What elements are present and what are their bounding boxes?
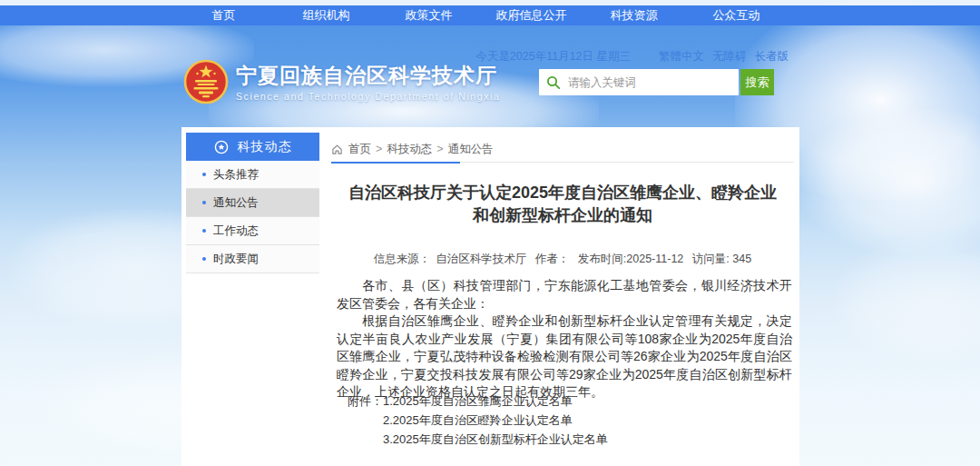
meta-source: 自治区科学技术厅 [436, 253, 526, 265]
sidebar-title: 科技动态 [238, 139, 292, 155]
attachments-block: 附件： 1.2025年度自治区雏鹰企业认定名单 2.2025年度自治区瞪羚企业认… [348, 392, 608, 449]
site-subtitle-en: Science and Technology Department of Nin… [236, 91, 500, 102]
bullet-dot-icon [202, 173, 206, 176]
breadcrumb-active-underline [331, 162, 460, 164]
nav-item-gov-info[interactable]: 政府信息公开 [480, 5, 583, 25]
home-icon [331, 144, 343, 155]
link-traditional-chinese[interactable]: 繁體中文 [659, 49, 704, 64]
meta-source-label: 信息来源： [374, 253, 431, 265]
sidebar-item-politics-news[interactable]: 时政要闻 [186, 245, 319, 273]
circle-star-icon [214, 140, 229, 154]
breadcrumb: 首页 > 科技动态 > 通知公告 [331, 136, 794, 163]
search-button[interactable]: 搜索 [740, 69, 774, 95]
breadcrumb-separator: > [436, 143, 443, 155]
attachment-link-2[interactable]: 2.2025年度自治区瞪羚企业认定名单 [383, 411, 608, 430]
search-input[interactable] [566, 71, 730, 94]
link-accessibility[interactable]: 无障碍 [712, 49, 747, 64]
sidebar-item-label: 时政要闻 [213, 252, 259, 267]
article-body: 各市、县（区）科技管理部门，宁东能源化工基地管委会，银川经济技术开发区管委会，各… [337, 277, 792, 402]
search-icon [546, 75, 561, 90]
header-utility-row: 今天是2025年11月12日 星期三 繁體中文 无障碍 长者版 [475, 49, 789, 64]
sidebar-list: 头条推荐 通知公告 工作动态 时政要闻 [186, 161, 319, 273]
site-logo-link[interactable]: 宁夏回族自治区科学技术厅 Science and Technology Depa… [183, 58, 500, 105]
sidebar-item-label: 工作动态 [213, 223, 259, 239]
nav-item-public-interaction[interactable]: 公众互动 [685, 5, 788, 25]
nav-item-sci-resources[interactable]: 科技资源 [583, 5, 685, 25]
sidebar-item-label: 通知公告 [213, 195, 259, 211]
article-paragraph: 根据自治区雏鹰企业、瞪羚企业和创新型标杆企业认定管理有关规定，决定认定半亩良人农… [337, 312, 792, 402]
article-title: 自治区科技厅关于认定2025年度自治区雏鹰企业、瞪羚企业 和创新型标杆企业的通知 [331, 182, 794, 227]
attachment-link-1[interactable]: 1.2025年度自治区雏鹰企业认定名单 [383, 392, 608, 411]
search-bar: 搜索 [539, 69, 774, 95]
search-box [539, 69, 739, 95]
site-title: 宁夏回族自治区科学技术厅 [236, 64, 500, 87]
nav-item-policy[interactable]: 政策文件 [377, 5, 480, 25]
breadcrumb-sci-news[interactable]: 科技动态 [387, 142, 432, 157]
meta-publish-time: 发布时间:2025-11-12 [578, 253, 684, 265]
attachments-list: 1.2025年度自治区雏鹰企业认定名单 2.2025年度自治区瞪羚企业认定名单 … [383, 392, 608, 449]
meta-views: 访问量: 345 [692, 253, 751, 265]
bullet-dot-icon [202, 229, 206, 233]
sidebar-header: 科技动态 [186, 133, 319, 161]
breadcrumb-notices[interactable]: 通知公告 [448, 142, 494, 157]
article-paragraph: 各市、县（区）科技管理部门，宁东能源化工基地管委会，银川经济技术开发区管委会，各… [337, 277, 792, 312]
page: 首页 组织机构 政策文件 政府信息公开 科技资源 公众互动 宁夏回族自治区科学技… [0, 0, 980, 466]
sidebar-item-label: 头条推荐 [213, 167, 259, 183]
breadcrumb-separator: > [376, 143, 382, 155]
top-navbar: 首页 组织机构 政策文件 政府信息公开 科技资源 公众互动 [0, 5, 980, 25]
link-elder-version[interactable]: 长者版 [755, 49, 789, 64]
article-meta: 信息来源：自治区科学技术厅 作者： 发布时间:2025-11-12 访问量: 3… [331, 252, 794, 267]
article-title-line2: 和创新型标杆企业的通知 [331, 204, 794, 227]
nav-item-home[interactable]: 首页 [172, 5, 275, 25]
nav-item-organization[interactable]: 组织机构 [275, 5, 377, 25]
sidebar: 科技动态 头条推荐 通知公告 工作动态 时政要闻 [186, 133, 319, 273]
breadcrumb-home[interactable]: 首页 [348, 142, 371, 157]
meta-author-label: 作者： [535, 253, 570, 265]
article-title-line1: 自治区科技厅关于认定2025年度自治区雏鹰企业、瞪羚企业 [331, 182, 794, 204]
bullet-dot-icon [202, 257, 206, 261]
attachments-label: 附件： [348, 392, 383, 449]
sidebar-item-work-news[interactable]: 工作动态 [186, 217, 319, 245]
content-card: 科技动态 头条推荐 通知公告 工作动态 时政要闻 [181, 127, 799, 466]
bullet-dot-icon [202, 201, 206, 204]
national-emblem-icon [183, 58, 229, 105]
main-content: 首页 > 科技动态 > 通知公告 自治区科技厅关于认定2025年度自治区雏鹰企业… [331, 133, 794, 461]
attachment-link-3[interactable]: 3.2025年度自治区创新型标杆企业认定名单 [383, 430, 608, 449]
sidebar-item-headlines[interactable]: 头条推荐 [186, 161, 319, 189]
sidebar-item-notices[interactable]: 通知公告 [186, 189, 319, 217]
today-date-text: 今天是2025年11月12日 星期三 [475, 49, 631, 64]
